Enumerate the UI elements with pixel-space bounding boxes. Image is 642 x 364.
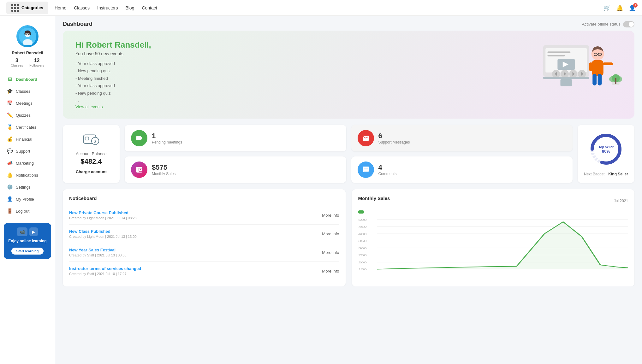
charge-account-button[interactable]: Charge account — [76, 169, 107, 174]
classes-icon: 🎓 — [7, 88, 13, 94]
categories-label: Categories — [21, 5, 43, 10]
nav-blog[interactable]: Blog — [125, 5, 134, 10]
profile-name: Robert Ransdell — [12, 50, 43, 55]
nav-contact[interactable]: Contact — [142, 5, 157, 10]
sidebar-item-marketing[interactable]: 📣 Marketing — [4, 157, 51, 169]
sidebar-item-support[interactable]: 💬 Support — [4, 145, 51, 157]
support-messages-info: 6 Support Messages — [378, 132, 410, 144]
monthly-sales-label: Monthly Sales — [152, 172, 175, 176]
notice-main-3: Instructor terms of services changed Cre… — [69, 266, 141, 276]
notice-main-1: New Class Published Created by Light Moo… — [69, 229, 137, 238]
sidebar-label-my-profile: My Profile — [16, 197, 34, 202]
support-label: Support Messages — [378, 140, 410, 144]
nav-classes[interactable]: Classes — [74, 5, 90, 10]
svg-text:300: 300 — [358, 246, 367, 250]
categories-grid-icon — [11, 4, 19, 12]
svg-rect-25 — [598, 74, 602, 85]
support-icon: 💬 — [7, 148, 13, 154]
notice-meta-2: Created by Staff | 2021 Jul 13 | 03:56 — [69, 253, 127, 257]
svg-rect-10 — [548, 51, 571, 53]
view-all-events-link[interactable]: View all events — [75, 104, 103, 109]
sidebar-item-meetings[interactable]: 📅 Meetings — [4, 97, 51, 109]
stat-classes: 3 Classes — [11, 58, 23, 67]
offline-toggle-switch[interactable] — [623, 21, 634, 27]
stat-followers: 12 Followers — [29, 58, 44, 67]
sidebar-item-classes[interactable]: 🎓 Classes — [4, 85, 51, 97]
notice-main-0: New Private Course Published Created by … — [69, 210, 137, 220]
next-badge-label: Next Badge: — [584, 172, 605, 176]
notice-main-2: New Year Sales Festival Created by Staff… — [69, 248, 127, 257]
sidebar-item-certificates[interactable]: 🏅 Certificates — [4, 121, 51, 133]
nav-links: Home Classes Instructors Blog Contact — [55, 5, 157, 10]
certificates-icon: 🏅 — [7, 124, 13, 130]
nav-instructors[interactable]: Instructors — [97, 5, 118, 10]
chart-card: Monthly Sales Jul 2021 — [352, 189, 635, 286]
more-info-button-1[interactable]: More info — [322, 232, 339, 236]
donut-chart: Top Seller 80% — [589, 132, 623, 167]
comments-num: 4 — [378, 163, 397, 172]
svg-text:250: 250 — [358, 254, 367, 257]
sidebar-item-my-profile[interactable]: 👤 My Profile — [4, 193, 51, 205]
sidebar-nav: ⊞ Dashboard🎓 Classes📅 Meetings✏️ Quizzes… — [0, 73, 55, 217]
chart-period: Jul 2021 — [614, 199, 628, 203]
notice-title-0: New Private Course Published — [69, 210, 137, 215]
svg-text:500: 500 — [358, 218, 367, 221]
notice-item: New Class Published Created by Light Moo… — [69, 225, 339, 243]
svg-text:400: 400 — [358, 232, 367, 236]
noticeboard-title: Noticeboard — [69, 196, 339, 201]
offline-toggle: Activate offline status — [582, 21, 634, 27]
categories-button[interactable]: Categories — [6, 2, 48, 14]
support-messages-icon — [358, 130, 374, 146]
user-button[interactable]: 👤 2 — [629, 4, 636, 11]
quizzes-icon: ✏️ — [7, 112, 13, 118]
noticeboard-items: New Private Course Published Created by … — [69, 206, 339, 280]
balance-label: Account Balance — [76, 151, 107, 156]
nav-home[interactable]: Home — [55, 5, 66, 10]
balance-amount: $482.4 — [80, 157, 102, 166]
sidebar-label-meetings: Meetings — [16, 101, 33, 106]
marketing-icon: 📣 — [7, 160, 13, 166]
svg-text:150: 150 — [358, 268, 367, 271]
user-badge: 2 — [633, 3, 638, 8]
notice-meta-3: Created by Staff | 2021 Jul 10 | 17:27 — [69, 272, 141, 276]
pending-meetings-info: 1 Pending meetings — [152, 132, 182, 144]
sidebar-label-log-out: Log out — [16, 209, 29, 214]
sidebar-item-financial[interactable]: 💰 Financial — [4, 133, 51, 145]
comments-info: 4 Comments — [378, 163, 397, 176]
notifications-button[interactable]: 🔔 — [616, 4, 623, 11]
pending-meetings-num: 1 — [152, 132, 182, 140]
notice-title-2: New Year Sales Festival — [69, 248, 127, 252]
cart-button[interactable]: 🛒 — [603, 4, 610, 11]
metrics-col-1: 1 Pending meetings $575 Monthly Sales — [125, 125, 346, 183]
comments-card: 4 Comments — [351, 156, 573, 183]
sidebar-label-certificates: Certificates — [16, 125, 36, 130]
svg-text:350: 350 — [358, 239, 367, 243]
pending-meetings-card: 1 Pending meetings — [125, 125, 346, 151]
next-badge-row: Next Badge: King Seller — [584, 172, 628, 176]
svg-rect-37 — [615, 78, 616, 84]
dashboard-header: Dashboard Activate offline status — [55, 16, 642, 31]
more-info-button-2[interactable]: More info — [322, 250, 339, 255]
sidebar-item-notifications[interactable]: 🔔 Notifications — [4, 169, 51, 181]
more-info-button-3[interactable]: More info — [322, 269, 339, 273]
support-num: 6 — [378, 132, 410, 140]
start-learning-button[interactable]: Start learning — [11, 248, 44, 255]
sidebar-item-settings[interactable]: ⚙️ Settings — [4, 181, 51, 193]
metrics-col-2: 6 Support Messages 4 Comments — [351, 125, 573, 183]
badge-card: Top Seller 80% Next Badge: King Seller — [578, 125, 634, 183]
svg-text:$: $ — [94, 139, 96, 144]
profile-stats: 3 Classes 12 Followers — [11, 58, 44, 67]
settings-icon: ⚙️ — [7, 184, 13, 190]
sidebar: Robert Ransdell 3 Classes 12 Followers ⊞… — [0, 16, 55, 286]
offline-label: Activate offline status — [582, 22, 621, 26]
sidebar-label-financial: Financial — [16, 137, 32, 142]
sidebar-item-dashboard[interactable]: ⊞ Dashboard — [4, 73, 51, 85]
sidebar-item-quizzes[interactable]: ✏️ Quizzes — [4, 109, 51, 121]
sidebar-item-log-out[interactable]: 🚪 Log out — [4, 205, 51, 217]
more-info-button-0[interactable]: More info — [322, 213, 339, 218]
meetings-icon: 📅 — [7, 100, 13, 106]
financial-icon: 💰 — [7, 136, 13, 142]
nav-right: 🛒 🔔 👤 2 — [603, 4, 636, 11]
svg-rect-26 — [603, 62, 613, 65]
sidebar-promo: 📹 ▶ Enjoy online learning Start learning — [4, 223, 51, 259]
